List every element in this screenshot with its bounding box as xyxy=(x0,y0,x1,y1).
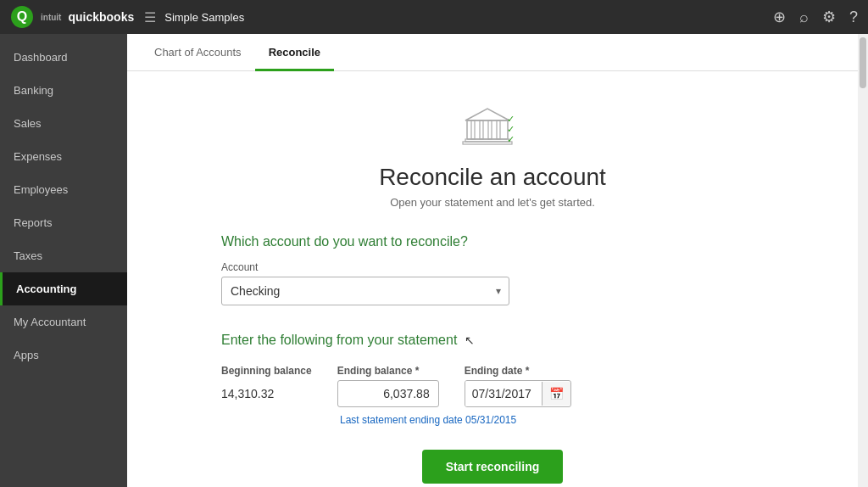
ending-date-wrapper: 📅 xyxy=(465,380,571,407)
svg-text:Q: Q xyxy=(17,9,27,24)
fields-row: Beginning balance 14,310.32 Ending balan… xyxy=(221,365,764,407)
statement-heading-text: Enter the following from your statement xyxy=(221,333,457,347)
page-content: ✓ ✓ ✓ Reconcile an account Open your sta… xyxy=(127,71,858,487)
company-name: Simple Samples xyxy=(164,11,244,24)
bank-icon-container: ✓ ✓ ✓ xyxy=(459,97,526,150)
svg-rect-3 xyxy=(471,120,475,139)
topbar-actions: ⊕ ⌕ ⚙ ? xyxy=(773,8,858,26)
scrollbar-thumb[interactable] xyxy=(860,37,866,88)
scrollbar-track xyxy=(858,34,868,487)
svg-rect-5 xyxy=(488,120,492,139)
tab-reconcile[interactable]: Reconcile xyxy=(255,34,334,71)
start-reconciling-button[interactable]: Start reconciling xyxy=(422,450,563,484)
cursor-icon: ↖ xyxy=(465,333,475,347)
app-logo: Q intuit quickbooks xyxy=(10,5,134,29)
tab-chart-of-accounts[interactable]: Chart of Accounts xyxy=(141,34,255,71)
sidebar-item-apps[interactable]: Apps xyxy=(0,339,127,372)
search-icon[interactable]: ⌕ xyxy=(799,8,809,26)
account-question: Which account do you want to reconcile? xyxy=(221,234,764,249)
account-select-wrapper: Checking ▾ xyxy=(221,277,509,305)
svg-rect-2 xyxy=(467,120,508,139)
sidebar-item-dashboard[interactable]: Dashboard xyxy=(0,41,127,74)
section-account: Which account do you want to reconcile? … xyxy=(221,234,764,333)
last-statement-text: Last statement ending date 05/31/2015 xyxy=(340,414,764,426)
account-label: Account xyxy=(221,261,764,273)
sidebar-item-employees[interactable]: Employees xyxy=(0,173,127,206)
svg-text:✓: ✓ xyxy=(507,124,515,134)
ending-date-label: Ending date * xyxy=(465,365,571,377)
sidebar-item-sales[interactable]: Sales xyxy=(0,107,127,140)
svg-rect-4 xyxy=(480,120,483,139)
sidebar-item-taxes[interactable]: Taxes xyxy=(0,239,127,272)
sidebar: Dashboard Banking Sales Expenses Employe… xyxy=(0,34,127,487)
add-icon[interactable]: ⊕ xyxy=(773,8,786,26)
svg-rect-9 xyxy=(463,142,512,144)
gear-icon[interactable]: ⚙ xyxy=(822,8,836,26)
ending-balance-group: Ending balance * xyxy=(337,365,439,407)
ending-balance-label: Ending balance * xyxy=(337,365,439,377)
topbar: Q intuit quickbooks ☰ Simple Samples ⊕ ⌕… xyxy=(0,0,868,34)
svg-rect-6 xyxy=(497,120,500,139)
section-statement: Enter the following from your statement … xyxy=(221,333,764,426)
sidebar-item-reports[interactable]: Reports xyxy=(0,206,127,239)
sidebar-item-my-accountant[interactable]: My Accountant xyxy=(0,305,127,339)
bank-icon: ✓ ✓ ✓ xyxy=(459,97,526,148)
help-icon[interactable]: ? xyxy=(849,8,858,26)
svg-text:✓: ✓ xyxy=(507,134,515,144)
sidebar-item-banking[interactable]: Banking xyxy=(0,74,127,107)
content-area: Chart of Accounts Reconcile xyxy=(127,34,858,487)
ending-date-input[interactable] xyxy=(465,381,542,406)
main-layout: Dashboard Banking Sales Expenses Employe… xyxy=(0,34,868,487)
ending-date-group: Ending date * 📅 xyxy=(465,365,571,407)
sidebar-item-expenses[interactable]: Expenses xyxy=(0,140,127,173)
svg-marker-7 xyxy=(465,109,509,120)
beginning-balance-value: 14,310.32 xyxy=(221,380,312,407)
tabs-bar: Chart of Accounts Reconcile xyxy=(127,34,858,71)
statement-heading: Enter the following from your statement … xyxy=(221,333,764,348)
page-subtitle: Open your statement and let's get starte… xyxy=(390,196,595,209)
page-title: Reconcile an account xyxy=(379,164,606,191)
svg-text:✓: ✓ xyxy=(507,114,515,124)
account-select[interactable]: Checking xyxy=(221,277,509,305)
calendar-icon[interactable]: 📅 xyxy=(542,382,570,406)
sidebar-item-accounting[interactable]: Accounting xyxy=(0,272,127,305)
beginning-balance-group: Beginning balance 14,310.32 xyxy=(221,365,312,407)
hamburger-icon[interactable]: ☰ xyxy=(144,9,156,25)
qb-logo-icon: Q xyxy=(10,5,34,29)
ending-balance-input[interactable] xyxy=(337,380,439,407)
beginning-balance-label: Beginning balance xyxy=(221,365,312,377)
